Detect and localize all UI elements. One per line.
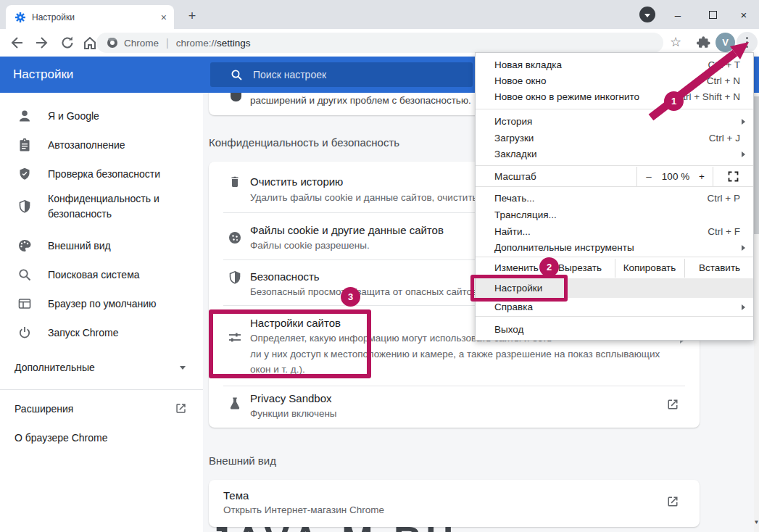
sidebar-advanced-toggle[interactable]: Дополнительные [0,353,203,382]
flask-icon [228,396,244,411]
trash-icon [228,174,244,188]
menu-zoom-row: Масштаб – 100 % + [476,167,753,186]
maximize-icon [709,11,717,19]
section-appearance-header: Внешний вид [209,454,276,467]
submenu-arrow-icon [742,119,745,125]
search-icon [231,69,243,81]
settings-gear-favicon-icon [14,12,26,23]
safety-check-shield-icon [231,91,241,101]
search-tabs-button[interactable] [639,7,655,22]
palette-icon [17,238,32,253]
sidebar-item-search-engine[interactable]: Поисковая система [0,260,203,289]
open-in-new-icon [174,402,188,416]
person-icon [17,109,32,123]
divider [223,386,685,386]
menu-item-more-tools[interactable]: Дополнительные инструменты [476,240,753,256]
divider [713,167,713,186]
dot-icon [746,41,749,44]
window-minimize-button[interactable]: – [663,0,693,29]
sidebar-item-you-and-google[interactable]: Я и Google [0,101,203,130]
row-title: Privacy Sandbox [250,392,332,404]
sidebar-item-safety-check[interactable]: Проверка безопасности [0,159,203,188]
shield-half-icon [17,199,32,214]
reload-icon[interactable] [59,35,75,51]
menu-item-new-tab[interactable]: Новая вкладкаCtrl + T [476,57,753,73]
window-maximize-button[interactable] [697,0,728,29]
menu-item-print[interactable]: Печать...Ctrl + P [476,191,753,207]
menu-item-paste[interactable]: Вставить [684,259,755,278]
shield-check-icon [17,167,32,181]
home-icon[interactable] [82,35,98,51]
menu-item-copy[interactable]: Копировать [615,259,684,278]
url-brand: Chrome [124,38,159,49]
chrome-logo-icon [107,37,118,49]
title-bar: Настройки × + – × [0,0,759,29]
row-subtitle: Открыть Интернет-магазин Chrome [223,504,384,515]
cookie-icon [228,230,244,245]
settings-sidebar: Я и Google Автозаполнение Проверка безоп… [0,93,203,532]
bookmark-star-icon[interactable]: ☆ [670,34,681,50]
submenu-arrow-icon [742,304,745,310]
zoom-in-button[interactable]: + [695,167,708,186]
browser-tab[interactable]: Настройки × [6,5,174,29]
divider [636,167,637,186]
row-title: Безопасность [250,270,320,283]
sidebar-item-appearance[interactable]: Внешний вид [0,231,203,260]
highlight-rect-menu-settings [470,275,568,302]
shield-icon [228,270,244,285]
row-subtitle: Файлы cookie разрешены. [250,240,370,251]
profile-avatar[interactable]: V [716,33,735,52]
menu-item-downloads[interactable]: ЗагрузкиCtrl + J [476,130,753,146]
sidebar-item-about-chrome[interactable]: О браузере Chrome [0,423,203,452]
fullscreen-icon[interactable] [728,171,739,182]
dot-icon [746,37,749,40]
scrollbar-thumb[interactable] [754,96,759,234]
menu-item-cast[interactable]: Трансляция... [476,207,753,223]
open-in-new-icon [665,494,680,509]
highlight-rect-site-settings [209,309,371,378]
browser-menu-button[interactable] [737,32,758,53]
settings-page-title: Настройки [13,57,73,93]
page-scrollbar[interactable] [754,57,759,532]
power-icon [17,325,32,340]
menu-item-bookmarks[interactable]: Закладки [476,146,753,162]
divider [476,257,753,257]
scrollbar-down-arrow-icon[interactable]: ▼ [753,519,759,526]
step-badge-1: 1 [664,91,684,111]
search-placeholder: Поиск настроек [253,69,326,80]
section-privacy-header: Конфиденциальность и безопасность [209,136,399,149]
sidebar-item-extensions[interactable]: Расширения [0,394,203,423]
menu-item-help[interactable]: Справка [476,299,753,315]
menu-item-incognito[interactable]: Новое окно в режиме инкогнитоCtrl + Shif… [476,89,753,105]
watermark: JAVA-M.RU [209,519,615,532]
divider [476,109,753,109]
menu-item-find[interactable]: Найти...Ctrl + F [476,224,753,240]
dot-icon [746,46,749,49]
address-bar[interactable]: Chrome | chrome://settings [96,33,663,53]
tab-close-icon[interactable]: × [161,12,167,22]
new-tab-button[interactable]: + [183,7,202,26]
url-scheme: chrome:// [176,38,217,49]
settings-search-input[interactable]: Поиск настроек [210,62,473,87]
back-icon[interactable] [9,35,25,51]
row-title: Файлы cookie и другие данные сайтов [250,224,444,236]
row-title: Очистить историю [250,175,343,188]
step-badge-2: 2 [539,257,559,277]
forward-icon[interactable] [34,35,50,51]
sidebar-item-on-startup[interactable]: Запуск Chrome [0,318,203,347]
sidebar-item-default-browser[interactable]: Браузер по умолчанию [0,289,203,318]
menu-item-history[interactable]: История [476,114,753,130]
sidebar-item-privacy[interactable]: Конфиденциальность и безопасность [0,188,203,225]
safety-check-text: расширений и других проблем с безопаснос… [250,95,471,106]
step-badge-3: 3 [341,287,360,307]
extensions-puzzle-icon[interactable] [697,36,713,51]
zoom-out-button[interactable]: – [642,167,655,186]
browser-icon [17,296,32,311]
menu-item-exit[interactable]: Выход [476,322,753,338]
submenu-arrow-icon [742,245,745,251]
url-host: settings [217,38,251,49]
sidebar-item-autofill[interactable]: Автозаполнение [0,130,203,159]
menu-item-new-window[interactable]: Новое окноCtrl + N [476,73,753,89]
window-close-button[interactable]: × [729,0,759,29]
zoom-value: 100 % [657,167,694,186]
